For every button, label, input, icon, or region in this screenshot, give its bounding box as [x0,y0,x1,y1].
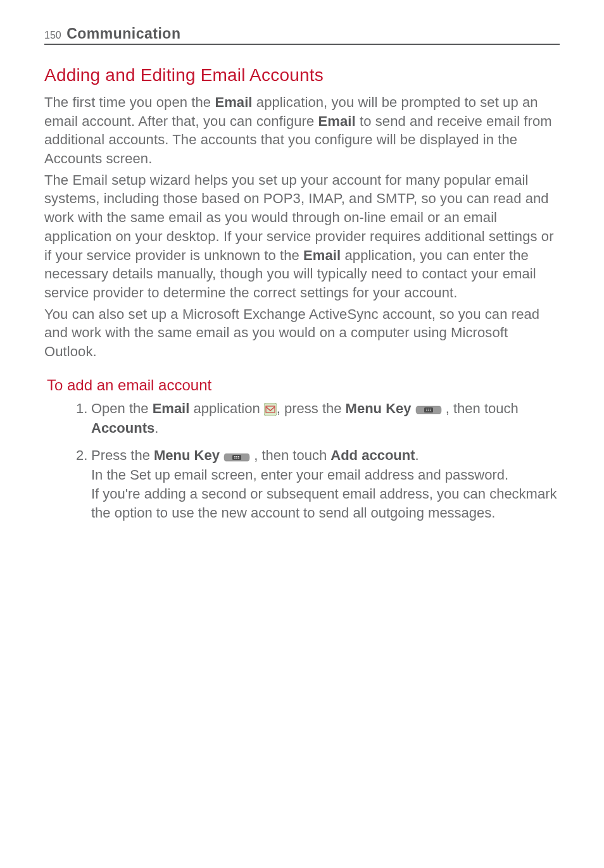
svg-rect-6 [426,410,427,411]
text: , press the [277,400,346,416]
email-app-icon [264,400,277,419]
page-number: 150 [44,30,61,40]
intro-paragraph-2: The Email setup wizard helps you set up … [44,171,560,302]
svg-rect-8 [430,410,431,411]
step-1: 1. Open the Email application , press th… [76,399,560,438]
bold-email: Email [215,94,252,110]
subsection-title: To add an email account [47,376,560,394]
bold-email: Email [318,113,356,129]
step-number: 1. [76,399,87,418]
bold-add-account: Add account [330,447,415,463]
bold-menu-key: Menu Key [346,400,412,416]
step-2-line-3: If you're adding a second or subsequent … [91,485,560,522]
svg-rect-12 [238,456,239,457]
text: , then touch [250,447,330,463]
bold-email: Email [153,400,190,416]
text: Press the [91,447,154,463]
text: . [154,420,158,436]
bold-accounts: Accounts [91,420,154,436]
svg-rect-9 [232,455,241,460]
text: Open the [91,400,153,416]
svg-rect-5 [430,409,431,409]
svg-rect-11 [236,456,237,457]
svg-rect-3 [426,409,427,409]
page-header: 150 Communication [44,25,560,45]
svg-rect-14 [236,457,237,458]
document-page: 150 Communication Adding and Editing Ema… [0,0,604,569]
text: . [415,447,419,463]
step-2: 2. Press the Menu Key , then touch Add a… [76,446,560,522]
svg-rect-13 [234,457,236,458]
steps-list: 1. Open the Email application , press th… [76,399,560,523]
text: application [189,400,263,416]
menu-key-icon [415,400,442,419]
bold-menu-key: Menu Key [154,447,220,463]
section-title: Adding and Editing Email Accounts [44,65,560,85]
svg-rect-7 [428,410,429,411]
chapter-title: Communication [66,25,180,42]
svg-rect-15 [238,457,239,458]
intro-paragraph-3: You can also set up a Microsoft Exchange… [44,305,560,361]
svg-rect-2 [424,407,433,412]
step-number: 2. [76,446,87,465]
intro-paragraph-1: The first time you open the Email applic… [44,93,560,168]
menu-key-icon [223,447,250,466]
bold-email: Email [303,247,341,263]
step-2-line-2: In the Set up email screen, enter your e… [91,466,560,485]
text: , then touch [442,400,519,416]
svg-rect-4 [428,409,429,409]
text: The first time you open the [44,94,215,110]
svg-rect-10 [234,456,236,457]
